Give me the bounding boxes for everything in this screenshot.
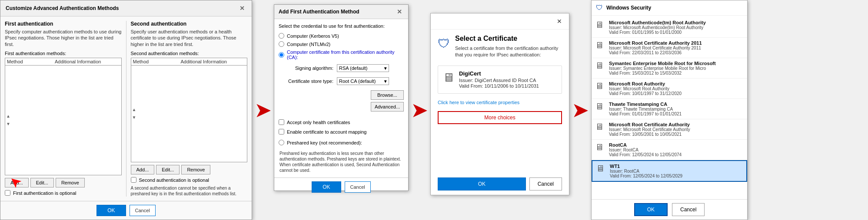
cert-store-dropdown[interactable]: Root CA (default) ▾ (337, 77, 389, 85)
option-kerberos-row: Computer (Kerberos V5) (279, 33, 404, 39)
panel-select-certificate: ✕ 🛡 Select a Certificate Select a certif… (430, 13, 569, 195)
first-scroll-up[interactable]: ▲ (6, 112, 10, 120)
panel1-ok-button[interactable]: OK (96, 205, 126, 216)
arrow2-container: ➤ (409, 0, 430, 220)
cert-item-valid: Valid From: 01/01/1995 to 01/01/2000 (609, 30, 706, 35)
signing-algo-value: RSA (default) (339, 66, 367, 71)
cert-list-item[interactable]: 🖥WT1Issuer: RootCAValid From: 12/05/2024… (592, 160, 747, 182)
cert-list: 🖥Microsoft Authenticode(tm) Root Authori… (592, 16, 747, 199)
second-auth-buttons: Add... Edit... Remove (131, 165, 248, 174)
cert-list-item-icon: 🖥 (595, 61, 605, 71)
accept-health-checkbox[interactable] (279, 119, 284, 125)
second-methods-label: Second authentication methods: (131, 51, 248, 56)
panel3-close-button[interactable]: ✕ (555, 17, 564, 26)
cert-list-item[interactable]: 🖥Microsoft Authenticode(tm) Root Authori… (592, 17, 747, 38)
cert-item-digicert[interactable]: 🖥 DigiCert Issuer: DigiCert Assured ID R… (438, 66, 562, 94)
second-optional-checkbox[interactable] (131, 177, 136, 183)
enable-account-label: Enable certificate to account mapping (287, 129, 366, 135)
second-methods-table: Method Additional Information ▲ ▼ (131, 58, 248, 162)
second-scroll: ▲ ▼ (131, 66, 137, 162)
panel2-close-button[interactable]: ✕ (395, 7, 404, 16)
signing-algo-label: Signing algorithm: (286, 66, 333, 71)
cert-item-valid: Valid From: 12/05/2024 to 12/05/2029 (610, 174, 682, 178)
panel2-footer: OK Cancel (274, 177, 408, 196)
cert-list-item-text: WT1Issuer: RootCAValid From: 12/05/2024 … (610, 164, 682, 178)
cert-store-chevron: ▾ (384, 79, 387, 84)
cert-item-issuer: Issuer: Microsoft Root Authority (609, 86, 682, 91)
arrow3-container: ➤ (569, 0, 591, 220)
first-remove-button[interactable]: Remove (56, 178, 85, 187)
option-cert-radio[interactable] (279, 52, 284, 58)
cert-list-item-icon: 🖥 (595, 142, 605, 152)
first-edit-button[interactable]: Edit... (30, 178, 54, 187)
cert-store-label: Certificate store type: (286, 79, 333, 84)
panel3-cancel-button[interactable]: Cancel (529, 177, 562, 190)
panel2-desc: Select the credential to use for first a… (279, 23, 404, 29)
first-auth-section: First authentication Specify computer au… (5, 21, 122, 197)
first-table-header: Method Additional Information (5, 58, 121, 66)
preshared-radio[interactable] (279, 140, 284, 145)
arrow1-container: ➤ (252, 0, 274, 220)
cert-item-name: Microsoft Authenticode(tm) Root Authorit… (609, 20, 706, 25)
cert-list-item[interactable]: 🖥Microsoft Root AuthorityIssuer: Microso… (592, 79, 747, 99)
cert-list-item[interactable]: 🖥Thawte Timestamping CAIssuer: Thawte Ti… (592, 99, 747, 119)
advanced-button[interactable]: Advanced... (371, 102, 404, 112)
first-optional-checkbox[interactable] (5, 190, 10, 196)
first-scroll-down[interactable]: ▼ (6, 120, 10, 128)
first-optional-row: First authentication is optional (5, 190, 122, 196)
panel3-ok-button[interactable]: OK (438, 177, 526, 190)
cert-issuer: Issuer: DigiCert Assured ID Root CA (459, 78, 539, 83)
preshared-row: Preshared key (not recommended): (279, 140, 404, 145)
browse-button[interactable]: Browse... (371, 90, 404, 100)
first-optional-label: First authentication is optional (13, 190, 76, 196)
accept-health-label: Accept only health certificates (287, 120, 350, 125)
second-table-header: Method Additional Information (131, 58, 247, 66)
cert-list-item-icon: 🖥 (595, 102, 605, 112)
cert-item-valid: Valid From: 12/05/2024 to 12/05/2074 (609, 152, 682, 157)
second-add-button[interactable]: Add... (131, 165, 155, 174)
panel1-titlebar: Customize Advanced Authentication Method… (0, 0, 252, 16)
panel4-ok-button[interactable]: OK (634, 203, 668, 216)
first-auth-title: First authentication (5, 21, 122, 27)
cert-list-item[interactable]: 🖥Microsoft Root Certificate Authority 20… (592, 38, 747, 58)
panel4-cancel-button[interactable]: Cancel (672, 203, 705, 216)
panel4-footer: OK Cancel (592, 199, 747, 220)
cert-item-issuer: Issuer: RootCA (609, 148, 682, 152)
option-ntlm-row: Computer (NTLMv2) (279, 41, 404, 47)
second-edit-button[interactable]: Edit... (156, 165, 180, 174)
cert-list-item[interactable]: 🖥Symantec Enterprise Mobile Root for Mic… (592, 58, 747, 79)
cert-item-issuer: Issuer: Microsoft Root Certificate Autho… (609, 46, 702, 50)
second-scroll-down[interactable]: ▼ (132, 114, 136, 121)
option-ntlm-radio[interactable] (279, 41, 284, 47)
cert-list-item-icon: 🖥 (595, 122, 605, 132)
enable-account-checkbox[interactable] (279, 129, 284, 135)
panel2-cancel-button[interactable]: Cancel (345, 181, 371, 193)
cert-list-item-text: Microsoft Authenticode(tm) Root Authorit… (609, 20, 706, 35)
second-table-body: ▲ ▼ (131, 66, 247, 162)
panel2-ok-button[interactable]: OK (312, 181, 341, 193)
second-remove-button[interactable]: Remove (181, 165, 210, 174)
cert-list-item-text: Thawte Timestamping CAIssuer: Thawte Tim… (609, 102, 682, 116)
option-kerberos-label: Computer (Kerberos V5) (287, 33, 339, 39)
signing-algo-dropdown[interactable]: RSA (default) ▾ (337, 64, 389, 72)
cert-list-item[interactable]: 🖥RootCAIssuer: RootCAValid From: 12/05/2… (592, 140, 747, 160)
panel4-title: Windows Security (606, 5, 651, 11)
second-scroll-up[interactable]: ▲ (132, 106, 136, 114)
cert-item-name: Microsoft Root Certificate Authority 201… (609, 40, 702, 46)
panel1-cancel-button[interactable]: Cancel (130, 205, 156, 216)
cert-item-issuer: Issuer: RootCA (610, 169, 682, 174)
cert-list-item[interactable]: 🖥Microsoft Root Certificate AuthorityIss… (592, 119, 747, 140)
panel3-header: 🛡 Select a Certificate Select a certific… (431, 30, 569, 62)
cert-valid: Valid From: 10/11/2006 to 10/11/2031 (459, 83, 539, 89)
panel2-content: Select the credential to use for first a… (274, 19, 408, 177)
cert-list-item-text: Symantec Enterprise Mobile Root for Micr… (609, 61, 716, 76)
option-cert-row: Computer certificate from this certifica… (279, 49, 404, 60)
cert-view-link[interactable]: Click here to view certificate propertie… (438, 100, 562, 105)
panel1-close-button[interactable]: ✕ (238, 4, 246, 13)
panel3-header-text: Select a Certificate Select a certificat… (455, 35, 562, 59)
panel1-title: Customize Advanced Authentication Method… (6, 5, 119, 11)
panel4-header: 🛡 Windows Security (592, 0, 747, 16)
more-choices-button[interactable]: More choices (438, 111, 562, 124)
cert-list-item-icon: 🖥 (596, 164, 606, 174)
option-kerberos-radio[interactable] (279, 33, 284, 39)
